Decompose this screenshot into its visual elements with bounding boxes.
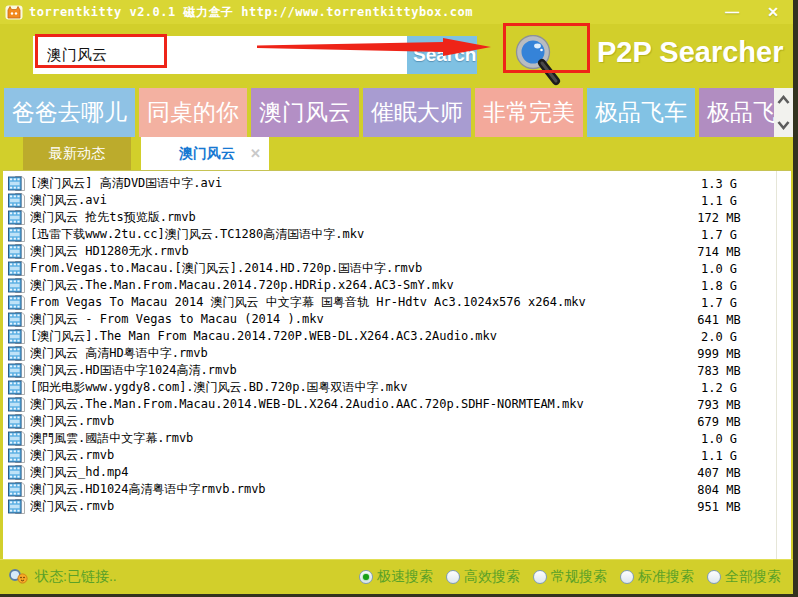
result-filename: 澳门风云 抢先ts预览版.rmvb (30, 209, 677, 226)
video-file-icon (8, 380, 25, 395)
hot-keyword-button[interactable]: 催眠大师 (363, 88, 471, 137)
video-file-icon (8, 465, 25, 480)
result-row[interactable]: 澳门风云 高清HD粤语中字.rmvb 999 MB (3, 345, 791, 362)
result-filename: 澳门风云.HD国语中字1024高清.rmvb (30, 362, 677, 379)
result-row[interactable]: [澳门风云] 高清DVD国语中字.avi 1.3 G (3, 175, 791, 192)
result-row[interactable]: 澳门风云.HD1024高清粤语中字rmvb.rmvb 804 MB (3, 481, 791, 498)
result-row[interactable]: 澳门风云_hd.mp4 407 MB (3, 464, 791, 481)
result-size: 999 MB (677, 347, 761, 361)
brand-title: P2P Searcher (597, 36, 784, 69)
result-size: 951 MB (677, 500, 761, 514)
tab-latest-news[interactable]: 最新动态 (23, 137, 131, 170)
result-row[interactable]: 澳門風雲.國語中文字幕.rmvb 1.0 G (3, 430, 791, 447)
video-file-icon (8, 363, 25, 378)
result-row[interactable]: 澳门风云.The.Man.From.Macau.2014.WEB-DL.X264… (3, 396, 791, 413)
result-row[interactable]: 澳门风云.avi 1.1 G (3, 192, 791, 209)
result-filename: [澳门风云] 高清DVD国语中字.avi (30, 175, 677, 192)
close-button[interactable]: ✕ (767, 2, 779, 22)
radio-icon[interactable] (620, 570, 634, 584)
result-row[interactable]: 澳门风云 - From Vegas to Macau (2014 ).mkv 6… (3, 311, 791, 328)
result-row[interactable]: 澳门风云.HD国语中字1024高清.rmvb 783 MB (3, 362, 791, 379)
result-size: 1.3 G (677, 177, 761, 191)
video-file-icon (8, 346, 25, 361)
search-mode-group: 极速搜索 高效搜索 常规搜索 标准搜索 (359, 568, 781, 586)
video-file-icon (8, 227, 25, 242)
result-size: 407 MB (677, 466, 761, 480)
radio-icon[interactable] (446, 570, 460, 584)
video-file-icon (8, 278, 25, 293)
search-mode-option[interactable]: 极速搜索 (359, 568, 433, 586)
result-filename: 澳门风云.rmvb (30, 498, 677, 515)
search-mode-option[interactable]: 高效搜索 (446, 568, 520, 586)
app-logo-kitty-icon (5, 4, 23, 20)
result-row[interactable]: [迅雷下载www.2tu.cc]澳门风云.TC1280高清国语中字.mkv 1.… (3, 226, 791, 243)
video-file-icon (8, 448, 25, 463)
hot-keyword-button[interactable]: 爸爸去哪儿 (4, 88, 135, 137)
result-row[interactable]: 澳门风云.rmvb 951 MB (3, 498, 791, 515)
search-input[interactable] (33, 36, 407, 74)
result-row[interactable]: 澳门风云 HD1280无水.rmvb 714 MB (3, 243, 791, 260)
result-row[interactable]: [澳门风云].The Man From Macau.2014.720P.WEB-… (3, 328, 791, 345)
status-text: 状态:已链接.. (35, 568, 117, 586)
hot-keyword-button[interactable]: 澳门风云 (251, 88, 359, 137)
search-mode-option[interactable]: 全部搜索 (707, 568, 781, 586)
result-filename: 澳门风云 - From Vegas to Macau (2014 ).mkv (30, 311, 677, 328)
search-mode-label: 极速搜索 (377, 568, 433, 586)
result-filename: 澳门风云.rmvb (30, 413, 677, 430)
minimize-button[interactable]: — (725, 2, 739, 22)
search-button[interactable]: Search (407, 36, 477, 74)
search-mode-label: 标准搜索 (638, 568, 694, 586)
result-row[interactable]: 澳门风云.The.Man.From.Macau.2014.720p.HDRip.… (3, 277, 791, 294)
result-row[interactable]: 澳门风云 抢先ts预览版.rmvb 172 MB (3, 209, 791, 226)
video-file-icon (8, 261, 25, 276)
magnifier-icon[interactable] (514, 35, 564, 87)
tab-close-icon[interactable]: ✕ (250, 137, 261, 170)
hot-keyword-button[interactable]: 极品飞车 (587, 88, 695, 137)
result-size: 1.0 G (677, 262, 761, 276)
result-size: 1.0 G (677, 432, 761, 446)
result-row[interactable]: 澳门风云.rmvb 1.1 G (3, 447, 791, 464)
result-size: 1.1 G (677, 449, 761, 463)
result-size: 1.8 G (677, 279, 761, 293)
result-size: 1.7 G (677, 228, 761, 242)
result-filename: From Vegas To Macau 2014 澳门风云 中文字幕 国粤音轨 … (30, 294, 677, 311)
result-row[interactable]: From.Vegas.to.Macau.[澳门风云].2014.HD.720p.… (3, 260, 791, 277)
results-list: [澳门风云] 高清DVD国语中字.avi 1.3 G 澳门风云.avi 1.1 (3, 170, 791, 562)
video-file-icon (8, 193, 25, 208)
search-mode-option[interactable]: 标准搜索 (620, 568, 694, 586)
video-file-icon (8, 295, 25, 310)
result-size: 172 MB (677, 211, 761, 225)
chevron-down-icon[interactable] (777, 120, 790, 130)
video-file-icon (8, 482, 25, 497)
result-size: 714 MB (677, 245, 761, 259)
keyword-scroll-strip (774, 88, 793, 137)
result-filename: [阳光电影www.ygdy8.com].澳门风云.BD.720p.国粤双语中字.… (30, 379, 677, 396)
video-file-icon (8, 329, 25, 344)
video-file-icon (8, 397, 25, 412)
result-filename: 澳門風雲.國語中文字幕.rmvb (30, 430, 677, 447)
video-file-icon (8, 414, 25, 429)
result-size: 1.1 G (677, 194, 761, 208)
radio-icon[interactable] (533, 570, 547, 584)
titlebar: torrentkitty v2.0.1 磁力盒子 http://www.torr… (0, 0, 793, 24)
hot-keyword-button[interactable]: 非常完美 (475, 88, 583, 137)
result-row[interactable]: From Vegas To Macau 2014 澳门风云 中文字幕 国粤音轨 … (3, 294, 791, 311)
search-area: Search P2P Searcher (0, 24, 793, 88)
result-row[interactable]: 澳门风云.rmvb 679 MB (3, 413, 791, 430)
search-mode-label: 高效搜索 (464, 568, 520, 586)
radio-icon[interactable] (707, 570, 721, 584)
result-filename: From.Vegas.to.Macau.[澳门风云].2014.HD.720p.… (30, 260, 677, 277)
chevron-up-icon[interactable] (777, 95, 790, 105)
video-file-icon (8, 499, 25, 514)
result-row[interactable]: [阳光电影www.ygdy8.com].澳门风云.BD.720p.国粤双语中字.… (3, 379, 791, 396)
app-window: torrentkitty v2.0.1 磁力盒子 http://www.torr… (0, 0, 798, 597)
video-file-icon (8, 176, 25, 191)
radio-icon[interactable] (359, 570, 373, 584)
tab-search-result[interactable]: 澳门风云 ✕ (141, 137, 269, 170)
hot-keyword-row: 爸爸去哪儿 同桌的你 澳门风云 催眠大师 非常完美 极品飞车 极品飞车 (0, 88, 793, 137)
status-search-smiley-icon (8, 568, 30, 587)
hot-keyword-button[interactable]: 同桌的你 (139, 88, 247, 137)
search-mode-option[interactable]: 常规搜索 (533, 568, 607, 586)
result-filename: 澳门风云 高清HD粤语中字.rmvb (30, 345, 677, 362)
window-controls: — ✕ (725, 2, 779, 22)
